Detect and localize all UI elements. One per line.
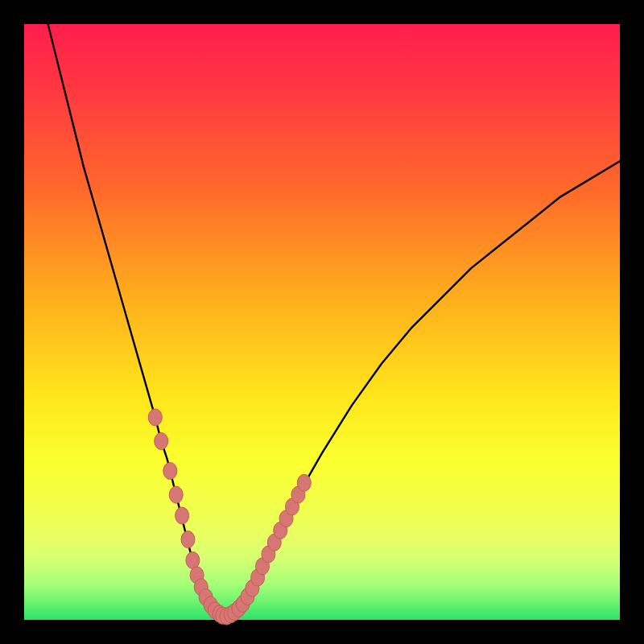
- chart-frame: TheBottleneck.com: [0, 0, 644, 644]
- data-marker: [186, 552, 200, 569]
- bottleneck-chart: [0, 0, 644, 644]
- data-marker: [181, 531, 195, 548]
- data-marker: [163, 463, 177, 480]
- data-marker: [175, 507, 189, 524]
- data-marker: [297, 474, 311, 491]
- data-marker: [148, 409, 162, 426]
- data-marker: [155, 433, 168, 450]
- plot-background: [24, 24, 620, 620]
- data-marker: [169, 486, 183, 503]
